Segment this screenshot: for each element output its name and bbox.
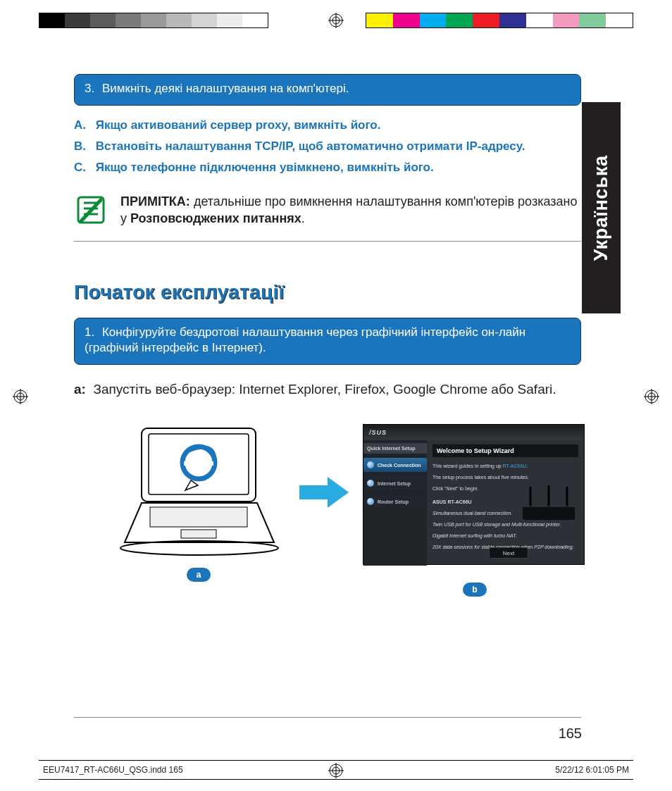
- language-tab-label: Українська: [590, 155, 612, 261]
- step-a-label: a:: [74, 382, 86, 397]
- footer-rule: [74, 717, 581, 718]
- setup-wizard-screenshot: /SUS Quick Internet Setup Check Connecti…: [363, 424, 585, 565]
- step-dot-icon: [367, 461, 374, 468]
- printer-colorbar-left: [39, 13, 268, 28]
- registration-mark-icon: [644, 389, 659, 404]
- wizard-desc: Gigabit Internet surfing with turbo NAT.: [433, 532, 578, 540]
- substep-text: Якщо телефонне підключення увімкнено, ви…: [96, 161, 434, 174]
- step-text: Конфігуруйте бездротові налаштування чер…: [85, 325, 525, 355]
- badge-a: a: [187, 568, 211, 582]
- substep-label: A.: [74, 116, 92, 135]
- step-1-box: 1. Конфігуруйте бездротові налаштування …: [74, 318, 581, 366]
- substep-text: Встановіть налаштування TCP/IP, щоб авто…: [96, 139, 525, 153]
- badge-b: b: [463, 583, 487, 597]
- page-number: 165: [559, 725, 582, 742]
- note-row: ПРИМІТКА: детальніше про вимкнення налаш…: [74, 183, 581, 242]
- laptop-illustration: [116, 424, 282, 558]
- slug-datetime: 5/22/12 6:01:05 PM: [555, 765, 629, 775]
- language-tab: Українська: [582, 102, 621, 313]
- note-label: ПРИМІТКА:: [120, 194, 190, 208]
- illustration-row: /SUS Quick Internet Setup Check Connecti…: [74, 424, 581, 607]
- step-number: 3.: [85, 82, 94, 95]
- step-3-box: 3. Вимкніть деякі налаштування на комп'ю…: [74, 74, 581, 106]
- printer-colorbar-right: [366, 13, 633, 28]
- wizard-side-label: Internet Setup: [378, 481, 411, 486]
- registration-mark-icon: [13, 389, 28, 404]
- step-text: Вимкніть деякі налаштування на комп'ютер…: [102, 82, 349, 95]
- note-post: .: [301, 211, 305, 225]
- step-a-body: Запустіть веб-браузер: Internet Explorer…: [93, 382, 556, 397]
- substep-c: C. Якщо телефонне підключення увімкнено,…: [74, 158, 581, 177]
- step-dot-icon: [367, 480, 374, 487]
- substep-label: C.: [74, 158, 92, 177]
- substep-text: Якщо активований сервер proxy, вимкніть …: [96, 118, 381, 132]
- wizard-side-label: Check Connection: [378, 463, 421, 468]
- wizard-side-label: Router Setup: [378, 499, 409, 504]
- wizard-brand: /SUS: [369, 429, 387, 436]
- wizard-side-item: Router Setup: [363, 494, 427, 509]
- svg-rect-21: [181, 530, 216, 538]
- step-a-text: a: Запустіть веб-браузер: Internet Explo…: [74, 380, 581, 399]
- wizard-line: The setup process takes about five minut…: [433, 474, 578, 481]
- wizard-main: Welcome to Setup Wizard This wizard guid…: [427, 440, 584, 566]
- arrow-icon: [299, 477, 349, 509]
- note-text: ПРИМІТКА: детальніше про вимкнення налаш…: [120, 193, 581, 230]
- wizard-line: This wizard guides in setting up RT-AC66…: [433, 463, 578, 470]
- substep-label: B.: [74, 137, 92, 156]
- svg-rect-20: [150, 507, 247, 527]
- wizard-text: This wizard guides in setting up: [433, 463, 503, 468]
- step-dot-icon: [367, 498, 374, 505]
- wizard-brandbar: /SUS: [363, 425, 584, 440]
- note-bold: Розповсюджених питаннях: [130, 211, 301, 225]
- svg-rect-26: [522, 506, 575, 521]
- registration-mark-icon: [328, 13, 344, 28]
- section-heading: Початок експлуатації: [74, 281, 581, 304]
- wizard-title: Welcome to Setup Wizard: [433, 444, 578, 457]
- substep-b: B. Встановіть налаштування TCP/IP, щоб а…: [74, 137, 581, 156]
- wizard-side-header: Quick Internet Setup: [363, 443, 427, 454]
- router-icon: [518, 485, 580, 525]
- note-icon: [74, 193, 108, 230]
- step-number: 1.: [85, 325, 94, 339]
- slug-file: EEU7417_RT-AC66U_QSG.indd 165: [43, 765, 183, 775]
- wizard-side-item: Check Connection: [363, 458, 427, 472]
- wizard-side-item: Internet Setup: [363, 476, 427, 490]
- wizard-sidebar: Quick Internet Setup Check Connection In…: [363, 440, 427, 566]
- substep-a: A. Якщо активований сервер proxy, вимкні…: [74, 116, 581, 135]
- wizard-model: RT-AC66U: [503, 463, 527, 468]
- wizard-next-button: Next: [489, 547, 528, 559]
- print-slug: EEU7417_RT-AC66U_QSG.indd 165 5/22/12 6:…: [39, 760, 633, 780]
